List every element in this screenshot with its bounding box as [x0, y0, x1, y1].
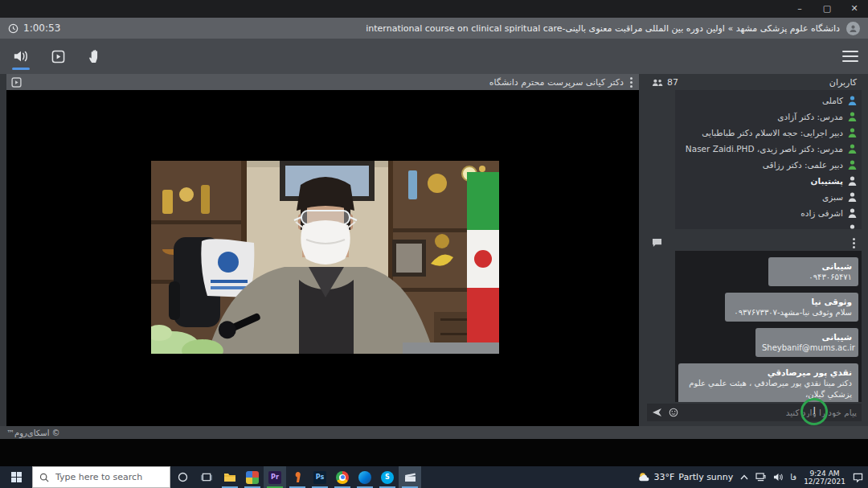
person-icon	[848, 128, 857, 137]
chat-message: وثوقی نیا سلام وثوقی نیا-مشهد-۰۹۳۷۶۷۳۳۰۷	[725, 293, 858, 322]
message-text: Sheybanif@mums.ac.ir	[762, 342, 852, 354]
partly-sunny-icon	[638, 472, 650, 482]
user-row[interactable]: سبزی	[675, 189, 857, 205]
session-timer: 1:00:53	[8, 23, 60, 34]
skype-icon[interactable]: S	[376, 466, 399, 488]
video-area	[6, 90, 639, 426]
message-text: ۰۹۴۳۰۶۵۴۷۱	[775, 272, 852, 283]
edge-icon[interactable]	[354, 466, 376, 488]
main-area: دکتر کیانی سرپرست محترم دانشگاه	[0, 74, 868, 426]
raise-hand-button[interactable]	[84, 43, 106, 70]
user-name: مدرس: دکتر ناصر زیدی، Naser Zaidi.PHD	[686, 144, 843, 154]
timer-value: 1:00:53	[23, 23, 60, 34]
search-icon	[39, 473, 49, 482]
clock-icon	[8, 23, 18, 34]
message-sender: شیبانی	[762, 331, 852, 342]
message-text: دکتر میتا نقدي پور میرصادقي ، هیئت علمي …	[685, 378, 852, 400]
user-row[interactable]: مدرس: دکتر ناصر زیدی، Naser Zaidi.PHD	[675, 141, 857, 157]
chat-options-kebab-icon[interactable]	[851, 236, 857, 250]
people-icon	[652, 78, 663, 87]
footer-bar: ™اسکای‌روم ©	[0, 426, 868, 439]
video-title: دکتر کیانی سرپرست محترم دانشگاه	[489, 77, 624, 88]
chat-messages[interactable]: شیبانی ۰۹۴۳۰۶۵۴۷۱ وثوقی نیا سلام وثوقی ن…	[675, 251, 862, 402]
weather-condition: Partly sunny	[678, 472, 733, 482]
users-list[interactable]: کاملی مدرس: دکتر آزادی دبیر اجرایی: حجه …	[675, 90, 862, 229]
send-arrow-icon[interactable]	[652, 408, 662, 417]
person-icon	[848, 208, 857, 218]
person-icon	[848, 160, 857, 170]
maximize-button[interactable]: ▢	[813, 0, 841, 18]
search-input[interactable]	[55, 472, 152, 482]
minimize-button[interactable]: –	[786, 0, 813, 18]
message-input[interactable]	[685, 408, 857, 417]
hand-icon	[88, 49, 101, 64]
user-name: سبزی	[822, 192, 843, 202]
room-title: دانشگاه علوم پزشکی مشهد » اولین دوره بین…	[366, 23, 840, 34]
chat-panel: شیبانی ۰۹۴۳۰۶۵۴۷۱ وثوقی نیا سلام وثوقی ن…	[647, 235, 862, 421]
network-icon[interactable]	[755, 473, 766, 482]
start-button windows-logo-icon[interactable]	[0, 466, 32, 488]
video-panel: دکتر کیانی سرپرست محترم دانشگاه	[6, 74, 639, 426]
menu-button hamburger-icon[interactable]	[842, 51, 858, 62]
chat-input-row: I	[647, 404, 862, 421]
speaker-video	[151, 161, 499, 354]
person-icon	[848, 224, 857, 229]
person-icon	[848, 192, 857, 202]
speaker-icon	[13, 49, 29, 64]
film-app-icon[interactable]	[399, 466, 421, 488]
user-row[interactable]: دبیر اجرایی: حجه الاسلام دکتر طباطبایی	[675, 125, 857, 141]
action-center-icon[interactable]	[853, 473, 863, 482]
conference-toolbar	[0, 39, 868, 74]
chrome-icon[interactable]	[331, 466, 354, 488]
person-icon	[848, 112, 857, 121]
user-row-clipped[interactable]	[675, 221, 857, 229]
cortana-icon[interactable]	[170, 466, 194, 488]
smiley-icon[interactable]	[669, 408, 678, 417]
message-sender: نقدي پور میرصادقي	[685, 367, 852, 378]
user-name: پشتیبان	[811, 176, 843, 186]
user-name: دبیر اجرایی: حجه الاسلام دکتر طباطبایی	[702, 128, 843, 137]
task-view-icon[interactable]	[194, 466, 219, 488]
hidden-icons-chevron-icon[interactable]	[740, 474, 748, 480]
user-row[interactable]: کاملی	[675, 92, 857, 109]
weather-temp: 33°F	[654, 472, 675, 482]
users-panel-title: کاربران	[829, 77, 857, 88]
photoshop-icon[interactable]: Ps	[309, 466, 331, 488]
user-row[interactable]: پشتیبان	[675, 173, 857, 189]
chat-bubble-icon	[652, 238, 662, 248]
taskbar-clock[interactable]: 9:24 AM 12/27/2021	[804, 470, 845, 486]
chat-message: شیبانی Sheybanif@mums.ac.ir	[755, 328, 858, 357]
panel-video-icon[interactable]	[11, 77, 22, 88]
chat-panel-header	[647, 235, 862, 251]
user-row[interactable]: دبیر علمی: دکتر رزاقی	[675, 157, 857, 173]
user-name: مدرس: دکتر آزادی	[777, 112, 843, 121]
users-count: 87	[667, 77, 678, 88]
user-row[interactable]: مدرس: دکتر آزادی	[675, 109, 857, 125]
person-icon	[848, 96, 857, 105]
volume-icon[interactable]	[773, 473, 783, 482]
desktop-gap	[0, 439, 868, 466]
taskbar-search[interactable]	[32, 466, 170, 488]
language-indicator[interactable]: فا	[790, 473, 796, 482]
video-options-kebab-icon[interactable]	[628, 76, 634, 89]
user-name: دبیر علمی: دکتر رزاقی	[763, 160, 843, 170]
speaker-button[interactable]	[10, 43, 32, 70]
premiere-pro-icon[interactable]: Pr	[264, 466, 286, 488]
weather-widget[interactable]: 33°F Partly sunny	[638, 472, 734, 482]
sidebar: 87 کاربران کاملی مدرس: دکتر آزادی	[647, 74, 862, 426]
video-box-icon	[51, 50, 65, 64]
app-header: 1:00:53 دانشگاه علوم پزشکی مشهد » اولین …	[0, 18, 868, 39]
message-sender: وثوقی نیا	[731, 296, 852, 307]
person-icon	[848, 144, 857, 154]
user-row[interactable]: اشرفی زاده	[675, 205, 857, 221]
orange-app-icon[interactable]	[286, 466, 309, 488]
user-name: کاملی	[822, 96, 843, 105]
media-app-icon[interactable]	[241, 466, 264, 488]
users-panel-header: 87 کاربران	[647, 74, 862, 90]
close-button[interactable]: ✕	[841, 0, 868, 18]
file-explorer-icon[interactable]	[219, 466, 241, 488]
broadcast-button[interactable]	[47, 43, 69, 70]
clock-time: 9:24 AM	[804, 470, 845, 478]
message-text: سلام وثوقی نیا-مشهد-۰۹۳۷۶۷۳۳۰۷	[731, 307, 852, 318]
skyroom-brand: ™اسکای‌روم ©	[6, 429, 60, 437]
